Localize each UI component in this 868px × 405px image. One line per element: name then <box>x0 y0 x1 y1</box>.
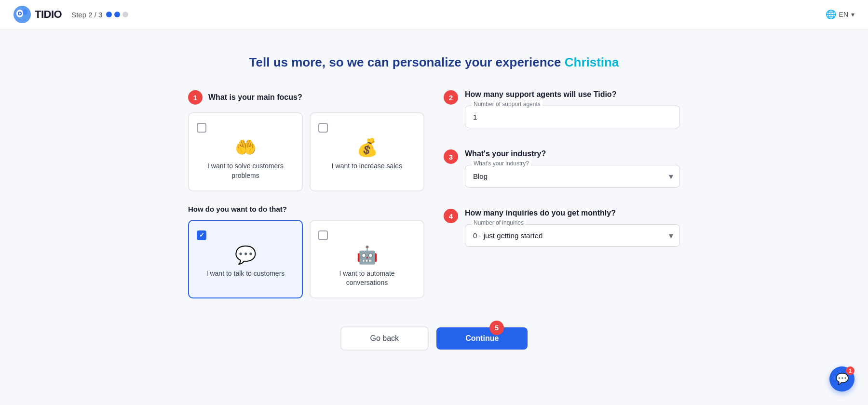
header-left: TIDIO Step 2 / 3 <box>14 6 128 23</box>
title-name: Christina <box>565 55 619 69</box>
svg-point-4 <box>23 9 27 15</box>
badge-1: 1 <box>188 90 203 105</box>
inquiries-select[interactable]: 0 - just getting started 1-100 100-500 5… <box>465 224 680 247</box>
page-title: Tell us more, so we can personalize your… <box>188 54 680 71</box>
go-back-button[interactable]: Go back <box>340 326 429 351</box>
emoji-talk: 💬 <box>197 245 294 265</box>
svg-point-3 <box>19 13 21 14</box>
continue-button[interactable]: Continue <box>436 327 528 350</box>
agents-input-group: Number of support agents <box>465 106 680 128</box>
language-label: EN <box>839 11 848 18</box>
chat-badge: 1 <box>846 366 854 375</box>
question2-content: How many support agents will use Tidio? … <box>465 90 680 139</box>
industry-input-group: What's your industry? Blog E-commerce Sa… <box>465 165 680 188</box>
industry-input-label: What's your industry? <box>472 160 531 167</box>
label-talk: I want to talk to customers <box>197 269 294 279</box>
section2-label: How do you want to do that? <box>188 205 424 213</box>
inquiries-input-group: Number of inquiries 0 - just getting sta… <box>465 224 680 247</box>
option-sales[interactable]: 💰 I want to increase sales <box>310 112 424 191</box>
logo: TIDIO <box>14 6 62 23</box>
industry-select[interactable]: Blog E-commerce SaaS Agency Other <box>465 165 680 188</box>
option-solve[interactable]: 🤲 I want to solve customers problems <box>188 112 303 191</box>
globe-icon: 🌐 <box>826 9 836 20</box>
agents-input[interactable] <box>465 106 680 128</box>
section1-label: What is your main focus? <box>208 93 302 102</box>
option-talk[interactable]: 💬 I want to talk to customers <box>188 220 303 298</box>
question3-label: What's your industry? <box>465 149 680 158</box>
how-options-grid: 💬 I want to talk to customers 🤖 I want t… <box>188 220 424 298</box>
emoji-sales: 💰 <box>318 137 416 158</box>
question4-content: How many inquiries do you get monthly? N… <box>465 209 680 257</box>
option-automate[interactable]: 🤖 I want to automate conversations <box>310 220 424 298</box>
question3-content: What's your industry? What's your indust… <box>465 149 680 198</box>
main-content: Tell us more, so we can personalize your… <box>169 29 699 379</box>
question2-row: 2 How many support agents will use Tidio… <box>444 90 680 139</box>
industry-select-wrapper: Blog E-commerce SaaS Agency Other ▾ <box>465 165 680 188</box>
title-dark: Tell us more, so we can personalize your… <box>249 55 561 69</box>
badge-5: 5 <box>489 321 504 335</box>
checkbox-automate[interactable] <box>318 230 328 240</box>
emoji-solve: 🤲 <box>197 137 294 158</box>
chat-icon: 💬 <box>836 373 849 385</box>
inquiries-select-wrapper: 0 - just getting started 1-100 100-500 5… <box>465 224 680 247</box>
focus-options-grid: 🤲 I want to solve customers problems 💰 I… <box>188 112 424 191</box>
content-grid: 1 What is your main focus? 🤲 I want to s… <box>188 90 680 311</box>
left-section: 1 What is your main focus? 🤲 I want to s… <box>188 90 424 311</box>
header: TIDIO Step 2 / 3 🌐 EN ▾ <box>0 0 868 29</box>
language-selector[interactable]: 🌐 EN ▾ <box>826 9 854 20</box>
badge-4: 4 <box>444 209 458 223</box>
question4-label: How many inquiries do you get monthly? <box>465 209 680 217</box>
label-solve: I want to solve customers problems <box>197 162 294 180</box>
question4-row: 4 How many inquiries do you get monthly?… <box>444 209 680 257</box>
checkbox-talk[interactable] <box>197 230 206 240</box>
step-indicator: Step 2 / 3 <box>71 11 128 19</box>
question3-row: 3 What's your industry? What's your indu… <box>444 149 680 198</box>
chat-bubble[interactable]: 💬 1 <box>829 366 854 392</box>
question2-label: How many support agents will use Tidio? <box>465 90 680 99</box>
label-sales: I want to increase sales <box>318 162 416 171</box>
checkbox-sales[interactable] <box>318 123 328 133</box>
badge-2: 2 <box>444 90 458 105</box>
dot-2 <box>114 12 120 17</box>
right-section: 2 How many support agents will use Tidio… <box>444 90 680 268</box>
footer: 5 Go back Continue <box>188 312 680 360</box>
label-automate: I want to automate conversations <box>318 269 416 288</box>
inquiries-input-label: Number of inquiries <box>472 219 526 226</box>
logo-text: TIDIO <box>35 8 62 21</box>
step-dots <box>106 12 128 17</box>
dot-1 <box>106 12 112 17</box>
checkbox-solve[interactable] <box>197 123 206 133</box>
chevron-down-icon: ▾ <box>851 11 854 18</box>
step-text: Step 2 / 3 <box>71 11 102 19</box>
agents-input-label: Number of support agents <box>472 101 542 108</box>
section1-header: 1 What is your main focus? <box>188 90 424 105</box>
badge-3: 3 <box>444 149 458 164</box>
tidio-logo-icon <box>14 6 31 23</box>
emoji-automate: 🤖 <box>318 245 416 265</box>
dot-3 <box>122 12 128 17</box>
